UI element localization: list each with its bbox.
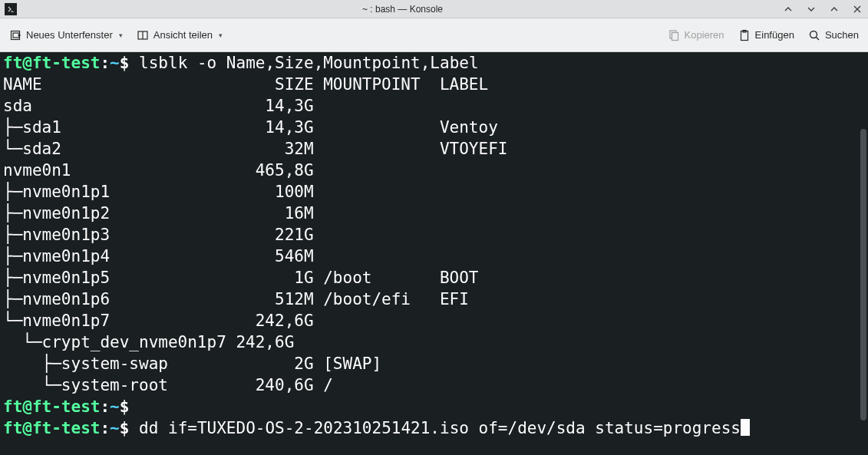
split-view-button[interactable]: Ansicht teilen ▾ xyxy=(137,26,223,45)
split-view-label: Ansicht teilen xyxy=(153,29,213,41)
prompt-sep: : xyxy=(100,397,110,416)
search-button[interactable]: Suchen xyxy=(808,26,859,45)
app-icon xyxy=(5,3,17,15)
prompt-userhost: ft@ft-test xyxy=(3,397,100,416)
prompt-userhost: ft@ft-test xyxy=(3,54,100,72)
lsblk-row: └─nvme0n1p7 242,6G xyxy=(3,312,314,330)
new-tab-label: Neues Unterfenster xyxy=(26,29,113,41)
prompt-userhost: ft@ft-test xyxy=(3,419,100,437)
lsblk-row: ├─nvme0n1p5 1G /boot BOOT xyxy=(3,269,479,287)
window-title: ~ : bash — Konsole xyxy=(23,4,782,15)
lsblk-row: ├─nvme0n1p4 546M xyxy=(3,247,314,265)
scrollbar[interactable] xyxy=(860,129,866,420)
maximize-icon[interactable] xyxy=(828,3,840,15)
chevron-down-icon: ▾ xyxy=(119,31,123,39)
chevron-down-icon: ▾ xyxy=(219,31,223,39)
svg-line-9 xyxy=(816,37,819,40)
copy-label: Kopieren xyxy=(685,29,724,41)
window-titlebar: ~ : bash — Konsole xyxy=(0,0,868,18)
lsblk-row: └─sda2 32M VTOYEFI xyxy=(3,140,507,158)
prompt-sep: : xyxy=(100,54,110,72)
lsblk-row: └─system-root 240,6G / xyxy=(3,376,333,394)
keep-above-icon[interactable] xyxy=(782,3,794,15)
new-tab-button[interactable]: Neues Unterfenster ▾ xyxy=(9,26,123,45)
lsblk-row: ├─nvme0n1p6 512M /boot/efi EFI xyxy=(3,290,469,308)
prompt-path: ~ xyxy=(110,397,120,416)
close-icon[interactable] xyxy=(851,3,863,15)
command-1: lsblk -o Name,Size,Mountpoint,Label xyxy=(139,54,479,72)
lsblk-row: └─crypt_dev_nvme0n1p7 242,6G xyxy=(3,333,294,351)
lsblk-row: ├─system-swap 2G [SWAP] xyxy=(3,354,381,373)
lsblk-row: ├─nvme0n1p3 221G xyxy=(3,226,314,244)
prompt-path: ~ xyxy=(110,419,120,437)
terminal-output[interactable]: ft@ft-test:~$ lsblk -o Name,Size,Mountpo… xyxy=(0,52,868,455)
minimize-icon[interactable] xyxy=(805,3,817,15)
lsblk-row: ├─nvme0n1p2 16M xyxy=(3,204,314,223)
prompt-symbol: $ xyxy=(120,419,130,437)
lsblk-row: ├─sda1 14,3G Ventoy xyxy=(3,118,498,137)
prompt-symbol: $ xyxy=(120,54,130,72)
prompt-path: ~ xyxy=(110,54,120,72)
toolbar: Neues Unterfenster ▾ Ansicht teilen ▾ Ko… xyxy=(0,18,868,52)
lsblk-header: NAME SIZE MOUNTPOINT LABEL xyxy=(3,75,488,94)
command-3: dd if=TUXEDO-OS-2-202310251421.iso of=/d… xyxy=(139,419,741,437)
prompt-symbol: $ xyxy=(120,397,130,416)
lsblk-row: nvme0n1 465,8G xyxy=(3,161,314,180)
prompt-sep: : xyxy=(100,419,110,437)
paste-button[interactable]: Einfügen xyxy=(738,26,794,45)
search-label: Suchen xyxy=(825,29,859,41)
paste-label: Einfügen xyxy=(755,29,794,41)
lsblk-row: ├─nvme0n1p1 100M xyxy=(3,183,314,201)
svg-rect-5 xyxy=(672,32,678,40)
lsblk-row: sda 14,3G xyxy=(3,97,314,115)
window-controls xyxy=(782,3,863,15)
terminal-cursor xyxy=(741,419,750,436)
svg-point-8 xyxy=(810,31,817,38)
copy-button[interactable]: Kopieren xyxy=(668,26,724,45)
